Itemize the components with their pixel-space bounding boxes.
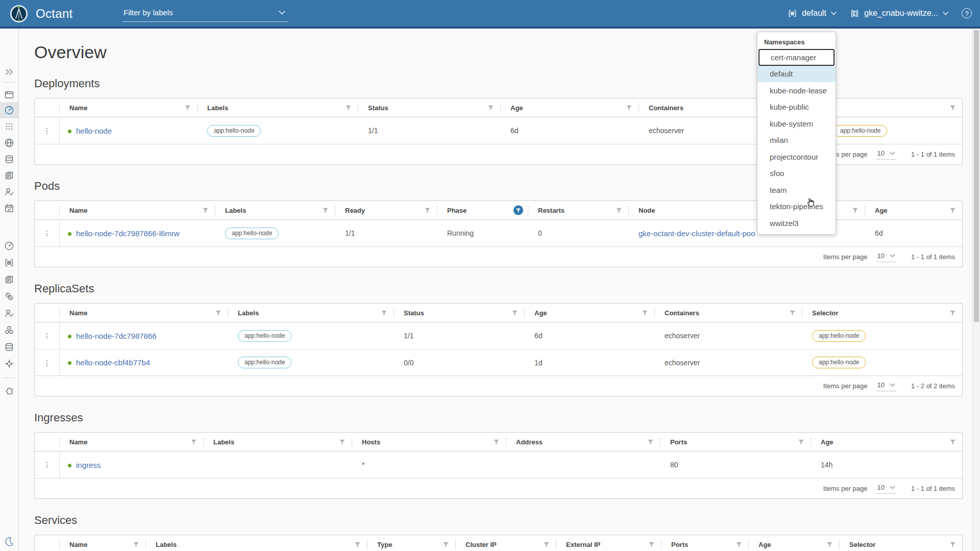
filter-icon[interactable]: [949, 541, 956, 548]
dark-mode-moon-icon[interactable]: [4, 536, 15, 547]
filter-icon[interactable]: [852, 207, 859, 214]
ports-cell: 80: [660, 452, 811, 478]
storage-database-icon[interactable]: [4, 342, 14, 352]
column-header-selector: Selector: [802, 304, 962, 322]
filter-icon[interactable]: [949, 207, 956, 214]
overview-dashboard-icon[interactable]: [4, 105, 14, 115]
applications-window-icon[interactable]: [4, 90, 14, 100]
filter-icon[interactable]: [626, 105, 632, 111]
namespace-selector[interactable]: default: [788, 9, 837, 18]
filter-icon[interactable]: [616, 207, 622, 214]
filter-icon[interactable]: [322, 207, 329, 214]
deployment-name-link[interactable]: hello-node: [76, 127, 112, 135]
cluster-groups-icon[interactable]: [4, 325, 14, 335]
header-right-controls: default gke_cnabu-wwitze... ?: [788, 0, 972, 27]
storage-database-icon[interactable]: [4, 154, 14, 164]
filter-icon[interactable]: [736, 541, 742, 548]
filter-icon[interactable]: [202, 207, 209, 214]
access-control-user-icon[interactable]: [4, 187, 14, 197]
phase-cell: Running: [437, 220, 528, 246]
filter-icon[interactable]: [424, 207, 431, 214]
help-button[interactable]: ?: [962, 8, 972, 18]
filter-icon[interactable]: [647, 439, 654, 445]
namespace-option-kube-public[interactable]: kube-public: [757, 99, 836, 116]
filter-icon[interactable]: [443, 541, 449, 548]
namespace-option-kube-system[interactable]: kube-system: [757, 115, 836, 132]
namespace-option-sfoo[interactable]: sfoo: [757, 165, 836, 182]
pod-name-link[interactable]: hello-node-7dc7987866-l6mrw: [76, 229, 180, 238]
row-kebab-menu[interactable]: ⋮: [35, 452, 59, 478]
filter-icon[interactable]: [184, 105, 191, 111]
namespace-brackets-icon[interactable]: [4, 258, 14, 268]
column-header-age: Age: [524, 304, 654, 322]
filter-icon[interactable]: [789, 310, 796, 316]
filter-icon[interactable]: [381, 310, 387, 316]
expand-sidebar-icon[interactable]: [4, 67, 14, 77]
replicaset-name-link[interactable]: hello-node-cbf4b77b4: [76, 358, 150, 367]
hosts-cell: *: [352, 452, 506, 478]
kebab-column-header: [35, 304, 59, 322]
apps-grid-icon[interactable]: [4, 121, 14, 132]
selector-cell: app:hello-node: [802, 322, 962, 349]
namespace-option-projectcontour[interactable]: projectcontour: [757, 148, 836, 165]
rbac-access-icon[interactable]: [4, 308, 14, 318]
filter-icon[interactable]: [798, 439, 804, 445]
labels-cell: app:hello-node: [228, 349, 394, 375]
filter-icon[interactable]: [949, 310, 956, 316]
namespace-option-kube-node-lease[interactable]: kube-node-lease: [757, 82, 836, 99]
namespace-option-default[interactable]: default: [757, 66, 836, 83]
port-forward-arrows-icon[interactable]: [4, 359, 14, 369]
row-kebab-menu[interactable]: ⋮: [35, 349, 59, 375]
per-page-select[interactable]: 10: [876, 149, 897, 160]
pagination-row: Items per page 10 1 - 1 of 1 items: [35, 478, 962, 498]
filter-icon[interactable]: [487, 105, 494, 111]
filter-icon[interactable]: [354, 541, 361, 548]
filter-icon[interactable]: [543, 541, 550, 548]
dashboard-icon[interactable]: [4, 241, 14, 251]
row-kebab-menu[interactable]: ⋮: [35, 220, 59, 246]
context-selector[interactable]: gke_cnabu-wwitze...: [850, 9, 948, 18]
events-calendar-icon[interactable]: [4, 203, 14, 213]
replicaset-name-link[interactable]: hello-node-7dc7987866: [76, 332, 157, 340]
config-documents-icon[interactable]: [4, 274, 14, 285]
filter-by-labels-select[interactable]: Filter by labels: [122, 7, 288, 22]
selector-chip: app:hello-node: [812, 330, 866, 342]
custom-resources-icon[interactable]: [4, 291, 14, 302]
filter-icon[interactable]: [339, 439, 346, 445]
filter-icon[interactable]: [511, 310, 518, 316]
filter-icon[interactable]: [190, 439, 197, 445]
scrollbar-thumb[interactable]: [974, 30, 979, 322]
column-header-labels: Labels: [197, 98, 358, 117]
network-globe-icon[interactable]: [4, 138, 14, 148]
row-kebab-menu[interactable]: ⋮: [35, 117, 59, 144]
kebab-column-header: [35, 98, 59, 117]
namespace-option-cert-manager[interactable]: cert-manager: [758, 49, 835, 66]
column-header-name: Name: [59, 433, 203, 452]
age-cell: 14h: [811, 452, 962, 478]
filter-icon[interactable]: [345, 105, 352, 111]
namespace-option-team[interactable]: team: [757, 182, 836, 198]
ingress-name-link[interactable]: ingress: [76, 461, 101, 469]
filter-icon[interactable]: [648, 541, 655, 548]
plugin-puzzle-icon[interactable]: [4, 386, 14, 396]
namespace-option-milan[interactable]: milan: [757, 132, 836, 149]
per-page-select[interactable]: 10: [876, 381, 897, 391]
column-header-labels: Labels: [145, 535, 367, 551]
filter-icon[interactable]: [133, 541, 139, 548]
filter-icon[interactable]: [949, 105, 956, 111]
status-ok-dot: [68, 361, 71, 365]
workloads-documents-icon[interactable]: [4, 170, 14, 181]
filter-icon[interactable]: [949, 439, 956, 445]
filter-icon[interactable]: [215, 310, 222, 316]
row-kebab-menu[interactable]: ⋮: [35, 322, 59, 349]
filter-icon[interactable]: [642, 310, 648, 316]
cluster-context-icon: [850, 9, 860, 18]
active-filter-icon[interactable]: [513, 206, 523, 215]
filter-icon[interactable]: [826, 541, 833, 548]
node-link[interactable]: gke-octant-dev-cluster-default-poo: [639, 229, 755, 238]
namespace-option-tekton-pipelines[interactable]: tekton-pipelines: [757, 198, 836, 215]
per-page-select[interactable]: 10: [876, 483, 897, 494]
per-page-select[interactable]: 10: [876, 252, 897, 262]
filter-icon[interactable]: [493, 439, 500, 445]
namespace-option-wwitzel3[interactable]: wwitzel3: [757, 215, 836, 232]
